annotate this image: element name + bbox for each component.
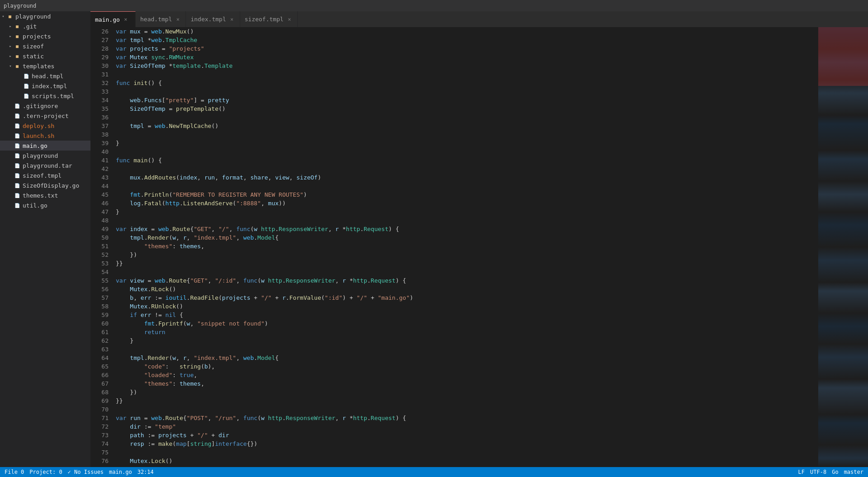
sidebar-item-scripts-tmpl[interactable]: 📄 scripts.tmpl	[0, 91, 90, 101]
tab-label: index.tmpl	[190, 16, 226, 23]
sidebar-label-sizeof: sizeof	[23, 43, 44, 50]
folder-icon: ■	[6, 13, 14, 20]
sidebar-item-deploy-sh[interactable]: 📄 deploy.sh	[0, 121, 90, 131]
folder-icon: ■	[14, 52, 21, 60]
sidebar-label-themes-txt: themes.txt	[23, 192, 58, 199]
minimap[interactable]	[818, 27, 868, 467]
sidebar-label-projects: projects	[23, 33, 51, 40]
status-issues: ✓ No Issues	[68, 469, 104, 475]
status-file-info: File 0	[5, 469, 24, 475]
sidebar-item-sizeof-tmpl[interactable]: 📄 sizeof.tmpl	[0, 170, 90, 180]
code-content[interactable]: var mux = web.NewMux() var tmpl *web.Tmp…	[112, 27, 818, 467]
file-icon: 📄	[23, 82, 30, 90]
sidebar-item-head-tmpl[interactable]: 📄 head.tmpl	[0, 71, 90, 81]
sidebar-item-sizeofdisplay-go[interactable]: 📄 SizeOfDisplay.go	[0, 180, 90, 190]
sidebar-label-playground-tar: playground.tar	[23, 162, 72, 169]
file-icon: 📄	[14, 152, 21, 159]
sidebar-label-scripts-tmpl: scripts.tmpl	[32, 93, 74, 99]
chevron-right-icon: ▸	[7, 34, 14, 38]
file-icon: 📄	[14, 172, 21, 179]
chevron-down-icon: ▾	[7, 64, 14, 68]
file-icon: 📄	[14, 202, 21, 209]
file-icon: 📄	[14, 102, 21, 109]
sidebar-label-templates: templates	[23, 63, 54, 70]
tab-head-tmpl[interactable]: head.tmpl ×	[136, 11, 186, 27]
sidebar-label-playground-file: playground	[23, 152, 58, 159]
sidebar-item-index-tmpl[interactable]: 📄 index.tmpl	[0, 81, 90, 91]
sidebar-label-git: .git	[23, 23, 37, 30]
sidebar-label-index-tmpl: index.tmpl	[32, 83, 67, 90]
sidebar-item-static[interactable]: ▸ ■ static	[0, 51, 90, 61]
tab-label: head.tmpl	[140, 16, 172, 23]
sidebar-item-launch-sh[interactable]: 📄 launch.sh	[0, 131, 90, 141]
file-icon: 📄	[14, 182, 21, 189]
tabs-bar: main.go × head.tmpl × index.tmpl × sizeo…	[90, 11, 868, 27]
status-project: Project: 0	[29, 469, 62, 475]
sidebar-item-playground-tar[interactable]: 📄 playground.tar	[0, 161, 90, 170]
code-editor: 26 27 28 29 30 31 32 33 34 35 36 37 38 3…	[90, 27, 868, 467]
status-zoom: master	[844, 469, 863, 475]
tab-label: main.go	[95, 16, 120, 23]
folder-icon: ■	[14, 23, 21, 30]
status-position: 32:14	[138, 469, 154, 475]
sidebar-label-sizeofdisplay-go: SizeOfDisplay.go	[23, 182, 79, 189]
sidebar-item-sizeof[interactable]: ▸ ■ sizeof	[0, 41, 90, 51]
sidebar-item-templates[interactable]: ▾ ■ templates	[0, 61, 90, 71]
sidebar-label-sizeof-tmpl: sizeof.tmpl	[23, 172, 62, 179]
sidebar-item-playground-file[interactable]: 📄 playground	[0, 151, 90, 161]
folder-icon: ■	[14, 62, 21, 70]
sidebar-item-util-go[interactable]: 📄 util.go	[0, 200, 90, 210]
main-layout: ▾ ■ playground ▸ ■ .git ▸ ■ projects ▸ ■…	[0, 11, 868, 467]
sidebar-item-gitignore[interactable]: 📄 .gitignore	[0, 101, 90, 111]
file-icon: 📄	[14, 112, 21, 119]
file-icon: 📄	[23, 92, 30, 99]
status-charset: UTF-8	[810, 469, 826, 475]
sidebar-item-themes-txt[interactable]: 📄 themes.txt	[0, 190, 90, 200]
title-label: playground	[4, 3, 36, 9]
tab-main-go[interactable]: main.go ×	[90, 11, 136, 27]
sidebar-item-projects[interactable]: ▸ ■ projects	[0, 31, 90, 41]
tab-close-button[interactable]: ×	[229, 16, 235, 23]
sidebar: ▾ ■ playground ▸ ■ .git ▸ ■ projects ▸ ■…	[0, 11, 90, 467]
file-icon: 📄	[14, 132, 21, 139]
folder-icon: ■	[14, 43, 21, 50]
tab-index-tmpl[interactable]: index.tmpl ×	[186, 11, 240, 27]
minimap-highlight	[818, 27, 868, 86]
editor-area: main.go × head.tmpl × index.tmpl × sizeo…	[90, 11, 868, 467]
sidebar-label-head-tmpl: head.tmpl	[32, 73, 63, 80]
chevron-right-icon: ▸	[7, 24, 14, 28]
sidebar-item-tern-project[interactable]: 📄 .tern-project	[0, 111, 90, 121]
file-icon: 📄	[14, 192, 21, 199]
sidebar-label-launch-sh: launch.sh	[23, 132, 54, 139]
sidebar-label-main-go: main.go	[23, 142, 47, 149]
status-encoding: LF	[798, 469, 805, 475]
line-numbers: 26 27 28 29 30 31 32 33 34 35 36 37 38 3…	[90, 27, 112, 467]
tab-close-button[interactable]: ×	[286, 16, 293, 23]
sidebar-item-git[interactable]: ▸ ■ .git	[0, 21, 90, 31]
chevron-right-icon: ▸	[7, 44, 14, 48]
status-right: LF UTF-8 Go master	[798, 469, 863, 475]
tab-label: sizeof.tmpl	[245, 16, 284, 23]
file-icon: 📄	[23, 72, 30, 80]
sidebar-label-tern-project: .tern-project	[23, 113, 69, 119]
sidebar-item-main-go[interactable]: 📄 main.go	[0, 141, 90, 151]
title-bar: playground	[0, 0, 868, 11]
sidebar-label-gitignore: .gitignore	[23, 103, 58, 109]
sidebar-label-util-go: util.go	[23, 202, 47, 209]
status-filename: main.go	[109, 469, 132, 475]
tab-close-button[interactable]: ×	[123, 16, 129, 23]
tab-close-button[interactable]: ×	[175, 16, 181, 23]
chevron-right-icon: ▸	[7, 54, 14, 58]
status-language: Go	[832, 469, 838, 475]
status-bar: File 0 Project: 0 ✓ No Issues main.go 32…	[0, 467, 868, 477]
minimap-content	[818, 27, 868, 467]
file-icon: 📄	[14, 122, 21, 129]
sidebar-item-playground-root[interactable]: ▾ ■ playground	[0, 11, 90, 21]
sidebar-label-deploy-sh: deploy.sh	[23, 123, 54, 129]
tab-sizeof-tmpl[interactable]: sizeof.tmpl ×	[240, 11, 298, 27]
file-icon: 📄	[14, 142, 21, 149]
sidebar-label-playground: playground	[15, 13, 51, 20]
file-icon: 📄	[14, 162, 21, 169]
status-left: File 0 Project: 0 ✓ No Issues main.go 32…	[5, 469, 154, 475]
folder-icon: ■	[14, 33, 21, 40]
